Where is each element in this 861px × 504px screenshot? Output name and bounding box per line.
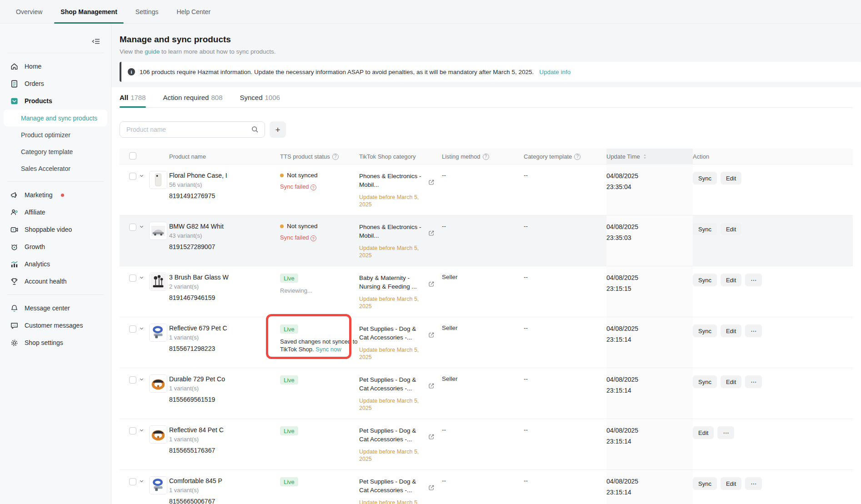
listing-method-cell: Seller bbox=[442, 266, 524, 317]
action-cell: SyncEdit⋯ bbox=[693, 266, 853, 317]
sort-icon[interactable] bbox=[642, 153, 647, 160]
edit-button[interactable]: Edit bbox=[721, 274, 741, 286]
add-filter-button[interactable]: + bbox=[270, 121, 286, 138]
edit-button[interactable]: Edit bbox=[693, 426, 714, 439]
help-icon[interactable]: ? bbox=[483, 154, 489, 160]
update-info-link[interactable]: Update info bbox=[539, 69, 571, 75]
help-icon[interactable]: ? bbox=[574, 154, 581, 160]
expand-row-button[interactable] bbox=[138, 368, 149, 419]
sidebar-item-analytics[interactable]: Analytics bbox=[0, 255, 111, 273]
help-icon[interactable]: ? bbox=[332, 154, 339, 160]
select-all-checkbox[interactable] bbox=[129, 152, 136, 160]
sidebar-item-sales-accelerator[interactable]: Sales Accelerator bbox=[0, 160, 111, 177]
action-cell: Edit⋯ bbox=[693, 419, 853, 469]
row-checkbox[interactable] bbox=[129, 224, 136, 231]
expand-row-button[interactable] bbox=[138, 419, 149, 469]
sidebar-item-category-template[interactable]: Category template bbox=[0, 143, 111, 160]
tab-synced[interactable]: Synced1006 bbox=[240, 94, 280, 107]
category-edit-icon[interactable] bbox=[428, 434, 435, 440]
sidebar-item-orders[interactable]: Orders bbox=[0, 75, 111, 92]
edit-button[interactable]: Edit bbox=[721, 375, 741, 388]
sidebar-item-account-health[interactable]: Account health bbox=[0, 273, 111, 290]
category-edit-icon[interactable] bbox=[428, 230, 435, 236]
nav-item-settings[interactable]: Settings bbox=[126, 0, 168, 24]
sidebar-item-marketing[interactable]: Marketing bbox=[0, 186, 111, 204]
sidebar-item-growth[interactable]: Growth bbox=[0, 238, 111, 255]
edit-button[interactable]: Edit bbox=[721, 172, 741, 185]
sidebar-menu: HomeOrdersProductsManage and sync produc… bbox=[0, 58, 111, 351]
expand-row-button[interactable] bbox=[138, 165, 149, 215]
category-edit-icon[interactable] bbox=[428, 383, 435, 389]
more-actions-button[interactable]: ⋯ bbox=[745, 375, 762, 388]
edit-button[interactable]: Edit bbox=[721, 324, 741, 337]
search-input[interactable] bbox=[125, 125, 251, 134]
nav-item-shop-management[interactable]: Shop Management bbox=[51, 0, 126, 24]
edit-button[interactable]: Edit bbox=[721, 223, 741, 235]
more-actions-button[interactable]: ⋯ bbox=[745, 274, 762, 286]
sidebar-item-affiliate[interactable]: Affiliate bbox=[0, 204, 111, 221]
product-variants: 2 variant(s) bbox=[169, 283, 280, 290]
search-icon[interactable] bbox=[251, 125, 259, 134]
sync-button[interactable]: Sync bbox=[693, 375, 717, 388]
update-time-cell: 04/08/202523:15:14 bbox=[606, 470, 693, 504]
category-edit-icon[interactable] bbox=[428, 281, 435, 287]
row-checkbox[interactable] bbox=[129, 478, 136, 485]
row-checkbox[interactable] bbox=[129, 274, 136, 282]
sync-button[interactable]: Sync bbox=[693, 172, 717, 185]
guide-link[interactable]: guide bbox=[145, 48, 160, 55]
sidebar-item-message-center[interactable]: Message center bbox=[0, 299, 111, 317]
expand-row-button[interactable] bbox=[138, 470, 149, 504]
listing-method-cell: -- bbox=[442, 419, 524, 469]
product-name-cell: Reflective 84 Pet C1 variant(s)815565517… bbox=[169, 419, 280, 469]
status-tabs: All1788Action required808Synced1006 bbox=[120, 87, 853, 108]
product-status-cell: Live bbox=[280, 419, 359, 469]
column-header-update-time[interactable]: Update Time bbox=[606, 149, 693, 165]
sync-button[interactable]: Sync bbox=[693, 477, 717, 490]
sidebar-item-home[interactable]: Home bbox=[0, 58, 111, 75]
column-header-listing-method: Listing method? bbox=[442, 153, 524, 160]
action-cell: SyncEdit⋯ bbox=[693, 317, 853, 368]
more-actions-button[interactable]: ⋯ bbox=[745, 477, 762, 490]
row-checkbox[interactable] bbox=[129, 325, 136, 333]
sidebar-header bbox=[0, 24, 111, 53]
sync-button[interactable]: Sync bbox=[693, 274, 717, 286]
category-edit-icon[interactable] bbox=[428, 179, 435, 185]
category-update-warning: Update before March 5, 2025 bbox=[359, 346, 427, 361]
edit-button[interactable]: Edit bbox=[721, 477, 741, 490]
sync-button[interactable]: Sync bbox=[693, 324, 717, 337]
tab-count: 1006 bbox=[265, 94, 280, 101]
expand-row-button[interactable] bbox=[138, 317, 149, 368]
sidebar-collapse-button[interactable] bbox=[91, 36, 101, 46]
error-help-icon[interactable]: ? bbox=[310, 185, 316, 190]
category-edit-icon[interactable] bbox=[428, 332, 435, 338]
sidebar-item-customer-messages[interactable]: Customer messages bbox=[0, 317, 111, 334]
category-update-warning: Update before March 5, 2025 bbox=[359, 295, 427, 310]
nav-item-help-center[interactable]: Help Center bbox=[167, 0, 220, 24]
sidebar-item-shop-settings[interactable]: Shop settings bbox=[0, 334, 111, 351]
tab-action-required[interactable]: Action required808 bbox=[163, 94, 223, 107]
row-checkbox[interactable] bbox=[129, 173, 136, 180]
more-actions-button[interactable]: ⋯ bbox=[717, 426, 734, 439]
row-checkbox[interactable] bbox=[129, 376, 136, 384]
more-actions-button[interactable]: ⋯ bbox=[745, 324, 762, 337]
action-cell: SyncEdit bbox=[693, 215, 853, 266]
nav-item-overview[interactable]: Overview bbox=[7, 0, 51, 24]
table-row: Durable 729 Pet Co1 variant(s)8155669561… bbox=[120, 368, 853, 419]
sidebar-item-product-optimizer[interactable]: Product optimizer bbox=[0, 126, 111, 143]
category-edit-icon[interactable] bbox=[428, 484, 435, 491]
update-clock: 23:15:14 bbox=[606, 437, 693, 446]
sync-now-link[interactable]: Sync now bbox=[315, 346, 341, 353]
category-name: Phones & Electronics - Mobil... bbox=[359, 172, 424, 189]
sidebar-item-products[interactable]: Products bbox=[0, 92, 111, 110]
expand-row-button[interactable] bbox=[138, 215, 149, 266]
sidebar-item-manage-and-sync-products[interactable]: Manage and sync products bbox=[4, 110, 107, 126]
error-help-icon[interactable]: ? bbox=[310, 235, 316, 241]
subtitle-text: View the bbox=[120, 48, 145, 55]
sync-button[interactable]: Sync bbox=[693, 223, 717, 235]
sidebar-item-shoppable-video[interactable]: Shoppable video bbox=[0, 221, 111, 238]
category-name: Pet Supplies - Dog & Cat Accessories -..… bbox=[359, 324, 424, 342]
expand-row-button[interactable] bbox=[138, 266, 149, 317]
category-cell: Pet Supplies - Dog & Cat Accessories -..… bbox=[359, 368, 442, 419]
tab-all[interactable]: All1788 bbox=[120, 94, 146, 107]
row-checkbox[interactable] bbox=[129, 427, 136, 434]
